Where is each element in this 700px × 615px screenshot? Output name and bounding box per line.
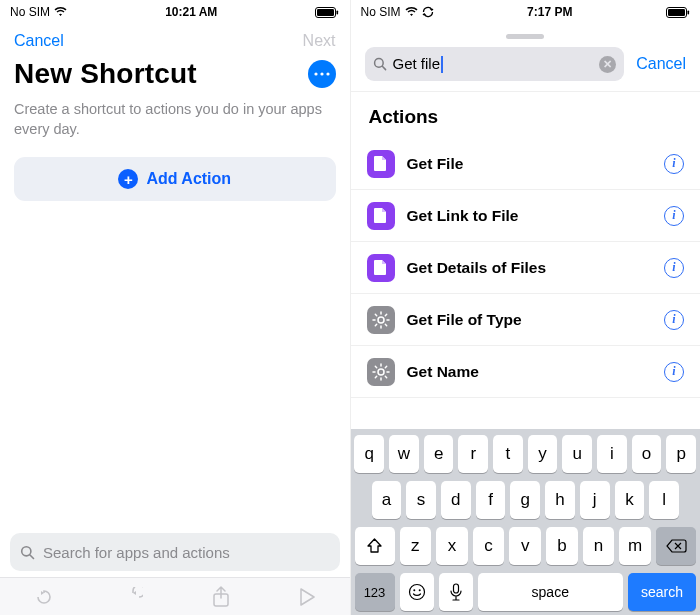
key-e[interactable]: e [424, 435, 454, 473]
phone-right-search-actions: No SIM 7:17 PM Get file ✕ Cancel Actions… [351, 0, 701, 615]
search-value: Get file [393, 55, 594, 74]
action-label: Get Name [407, 363, 653, 381]
backspace-key[interactable] [656, 527, 696, 565]
key-m[interactable]: m [619, 527, 651, 565]
gear-icon [367, 306, 395, 334]
nav-bar: Cancel Next [0, 24, 350, 54]
svg-point-4 [320, 72, 323, 75]
search-placeholder: Search for apps and actions [43, 544, 230, 561]
key-y[interactable]: y [528, 435, 558, 473]
dictation-key[interactable] [439, 573, 473, 611]
wifi-icon [405, 7, 418, 17]
key-i[interactable]: i [597, 435, 627, 473]
clear-search-button[interactable]: ✕ [599, 56, 616, 73]
action-search-input[interactable]: Get file ✕ [365, 47, 625, 81]
emoji-key[interactable] [400, 573, 434, 611]
action-label: Get File of Type [407, 311, 653, 329]
key-u[interactable]: u [562, 435, 592, 473]
svg-line-7 [30, 555, 34, 559]
undo-icon[interactable] [34, 587, 54, 607]
clock: 10:21 AM [165, 5, 217, 19]
file-icon [367, 150, 395, 178]
key-n[interactable]: n [583, 527, 615, 565]
action-item[interactable]: Get File of Typei [351, 294, 701, 346]
text-caret [441, 56, 443, 73]
action-item[interactable]: Get Link to Filei [351, 190, 701, 242]
search-icon [373, 57, 387, 71]
battery-icon [666, 7, 690, 18]
add-action-button[interactable]: + Add Action [14, 157, 336, 201]
play-icon[interactable] [299, 588, 315, 606]
key-f[interactable]: f [476, 481, 506, 519]
carrier-label: No SIM [361, 5, 401, 19]
svg-rect-2 [337, 10, 339, 14]
info-icon[interactable]: i [664, 362, 684, 382]
info-icon[interactable]: i [664, 310, 684, 330]
key-z[interactable]: z [400, 527, 432, 565]
battery-icon [315, 7, 339, 18]
key-k[interactable]: k [615, 481, 645, 519]
key-h[interactable]: h [545, 481, 575, 519]
key-b[interactable]: b [546, 527, 578, 565]
file-icon [367, 202, 395, 230]
action-item[interactable]: Get Namei [351, 346, 701, 398]
key-s[interactable]: s [406, 481, 436, 519]
search-input[interactable]: Search for apps and actions [10, 533, 340, 571]
key-r[interactable]: r [458, 435, 488, 473]
svg-line-13 [382, 66, 385, 69]
wifi-icon [54, 7, 67, 17]
space-key[interactable]: space [478, 573, 624, 611]
bottom-toolbar [0, 577, 350, 615]
search-key[interactable]: search [628, 573, 696, 611]
page-subtitle: Create a shortcut to actions you do in y… [0, 100, 350, 157]
sync-icon [422, 6, 434, 18]
status-bar: No SIM 7:17 PM [351, 0, 701, 24]
action-item[interactable]: Get Filei [351, 138, 701, 190]
carrier-label: No SIM [10, 5, 50, 19]
status-bar: No SIM 10:21 AM [0, 0, 350, 24]
svg-point-16 [409, 585, 424, 600]
share-icon[interactable] [212, 586, 230, 608]
action-label: Get Details of Files [407, 259, 653, 277]
svg-point-17 [413, 589, 415, 591]
key-t[interactable]: t [493, 435, 523, 473]
key-w[interactable]: w [389, 435, 419, 473]
svg-point-3 [314, 72, 317, 75]
gear-icon [367, 358, 395, 386]
key-a[interactable]: a [372, 481, 402, 519]
svg-point-14 [378, 317, 384, 323]
numbers-key[interactable]: 123 [355, 573, 395, 611]
next-button[interactable]: Next [303, 32, 336, 50]
key-p[interactable]: p [666, 435, 696, 473]
cancel-button[interactable]: Cancel [14, 32, 64, 50]
sheet-grabber[interactable] [506, 34, 544, 39]
info-icon[interactable]: i [664, 154, 684, 174]
key-v[interactable]: v [509, 527, 541, 565]
key-c[interactable]: c [473, 527, 505, 565]
svg-point-15 [378, 369, 384, 375]
info-icon[interactable]: i [664, 206, 684, 226]
key-l[interactable]: l [649, 481, 679, 519]
info-icon[interactable]: i [664, 258, 684, 278]
action-list: Get FileiGet Link to FileiGet Details of… [351, 138, 701, 398]
redo-icon[interactable] [123, 587, 143, 607]
svg-rect-10 [668, 9, 685, 16]
actions-section-header: Actions [351, 91, 701, 138]
key-d[interactable]: d [441, 481, 471, 519]
phone-left-new-shortcut: No SIM 10:21 AM Cancel Next New Shortcut… [0, 0, 351, 615]
shift-key[interactable] [355, 527, 395, 565]
key-q[interactable]: q [354, 435, 384, 473]
key-o[interactable]: o [632, 435, 662, 473]
key-g[interactable]: g [510, 481, 540, 519]
key-x[interactable]: x [436, 527, 468, 565]
svg-rect-1 [317, 9, 334, 16]
action-item[interactable]: Get Details of Filesi [351, 242, 701, 294]
more-menu-button[interactable] [308, 60, 336, 88]
file-icon [367, 254, 395, 282]
key-j[interactable]: j [580, 481, 610, 519]
search-icon [20, 545, 35, 560]
search-cancel-button[interactable]: Cancel [636, 55, 686, 73]
add-action-label: Add Action [146, 170, 231, 188]
svg-rect-19 [453, 584, 458, 593]
svg-point-18 [418, 589, 420, 591]
